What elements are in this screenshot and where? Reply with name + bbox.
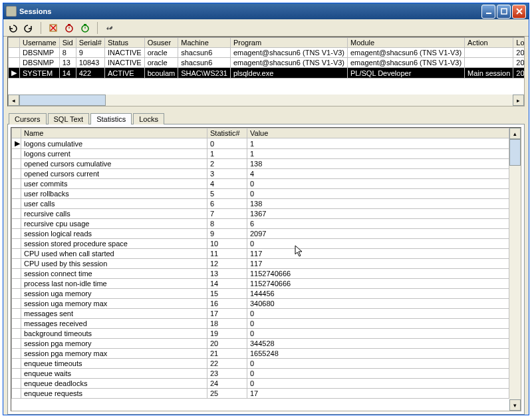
cell[interactable]: 0	[207, 138, 247, 149]
stat-row[interactable]: messages received180	[12, 319, 509, 329]
cell[interactable]: 117	[247, 259, 509, 269]
cell[interactable]: 16	[207, 299, 247, 309]
cell[interactable]	[12, 229, 21, 239]
cell[interactable]: messages sent	[21, 309, 207, 319]
cell[interactable]	[12, 369, 21, 379]
titlebar[interactable]: Sessions	[3, 3, 529, 19]
cell[interactable]: 1367	[247, 209, 509, 219]
stat-row[interactable]: session logical reads92097	[12, 229, 509, 239]
stat-row[interactable]: session stored procedure space100	[12, 239, 509, 249]
cell[interactable]: bcoulam	[144, 68, 178, 79]
scroll-track[interactable]	[19, 95, 513, 106]
cell[interactable]	[12, 149, 21, 159]
cell[interactable]: 12	[207, 259, 247, 269]
cell[interactable]	[12, 249, 21, 259]
cell[interactable]: enqueue waits	[21, 369, 207, 379]
cell[interactable]: user calls	[21, 199, 207, 209]
cell[interactable]: ACTIVE	[104, 68, 144, 79]
cell[interactable]: 1	[207, 149, 247, 159]
scroll-up-button[interactable]: ▴	[509, 128, 521, 139]
stat-row[interactable]: session uga memory15144456	[12, 289, 509, 299]
cell[interactable]: 1655248	[247, 349, 509, 359]
col-status[interactable]: Status	[104, 38, 144, 48]
col-module[interactable]: Module	[348, 38, 465, 48]
stat-row[interactable]: session pga memory20344528	[12, 339, 509, 349]
cell[interactable]: oracle	[144, 58, 178, 68]
close-button[interactable]	[512, 5, 526, 19]
cell[interactable]: INACTIVE	[104, 58, 144, 68]
cell[interactable]: 7	[207, 209, 247, 219]
cell[interactable]: 14	[59, 68, 76, 79]
cell[interactable]	[12, 189, 21, 199]
col-machine[interactable]: Machine	[178, 38, 231, 48]
cell[interactable]: oracle	[144, 48, 178, 58]
col-name[interactable]: Name	[21, 128, 207, 138]
tab-sql-text[interactable]: SQL Text	[48, 113, 90, 124]
cell[interactable]: 13	[207, 269, 247, 279]
cell[interactable]: user commits	[21, 179, 207, 189]
cell[interactable]: Main session	[465, 68, 513, 79]
stat-row[interactable]: recursive cpu usage86	[12, 219, 509, 229]
cell[interactable]: 8	[207, 219, 247, 229]
cell[interactable]: 14	[207, 279, 247, 289]
tab-cursors[interactable]: Cursors	[9, 113, 47, 124]
cell[interactable]: 340680	[247, 299, 509, 309]
cell[interactable]: 5	[207, 189, 247, 199]
cell[interactable]	[465, 58, 513, 68]
scroll-track-v[interactable]	[509, 139, 521, 399]
cell[interactable]	[9, 48, 20, 58]
statistics-grid[interactable]: NameStatistic#Value ▶logons cumulative01…	[11, 128, 509, 411]
cell[interactable]: emagent@shacsun6 (TNS V1-V3)	[348, 48, 465, 58]
cell[interactable]: INACTIVE	[104, 48, 144, 58]
cell[interactable]: ▶	[12, 138, 21, 149]
cell[interactable]: enqueue timeouts	[21, 359, 207, 369]
cell[interactable]: recursive calls	[21, 209, 207, 219]
cell[interactable]	[12, 239, 21, 249]
cell[interactable]: session pga memory	[21, 339, 207, 349]
cell[interactable]: 4	[247, 169, 509, 179]
stat-row[interactable]: ▶logons cumulative01	[12, 138, 509, 149]
sessions-hscrollbar[interactable]: ◂ ▸	[8, 95, 524, 106]
scroll-down-button[interactable]: ▾	[509, 399, 521, 411]
cell[interactable]: 0	[247, 379, 509, 389]
maximize-button[interactable]	[497, 5, 511, 19]
cell[interactable]: SYSTEM	[20, 68, 60, 79]
cell[interactable]: session connect time	[21, 269, 207, 279]
cell[interactable]: 2	[207, 159, 247, 169]
cell[interactable]	[12, 279, 21, 289]
cell[interactable]: shacsun6	[178, 48, 231, 58]
cell[interactable]: ▶	[9, 68, 20, 79]
cell[interactable]: 2006.	[513, 58, 524, 68]
scroll-thumb[interactable]	[19, 95, 106, 106]
cell[interactable]	[12, 349, 21, 359]
scroll-thumb-v[interactable]	[509, 139, 521, 166]
cell[interactable]: 1	[247, 149, 509, 159]
session-row[interactable]: ▶SYSTEM14422ACTIVEbcoulamSHAC\WS231plsql…	[9, 68, 525, 79]
cell[interactable]	[12, 389, 21, 399]
stat-row[interactable]: opened cursors cumulative2138	[12, 159, 509, 169]
cell[interactable]	[12, 299, 21, 309]
cell[interactable]	[12, 159, 21, 169]
cell[interactable]: 0	[247, 309, 509, 319]
stat-row[interactable]: enqueue waits230	[12, 369, 509, 379]
cell[interactable]: 0	[247, 319, 509, 329]
cell[interactable]: session logical reads	[21, 229, 207, 239]
stat-row[interactable]: opened cursors current34	[12, 169, 509, 179]
cell[interactable]: 4	[207, 179, 247, 189]
cell[interactable]: opened cursors cumulative	[21, 159, 207, 169]
stat-row[interactable]: logons current11	[12, 149, 509, 159]
col-osuser[interactable]: Osuser	[144, 38, 178, 48]
row-marker-col[interactable]	[9, 38, 20, 48]
cell[interactable]: 21	[207, 349, 247, 359]
cell[interactable]	[12, 209, 21, 219]
stat-row[interactable]: CPU used by this session12117	[12, 259, 509, 269]
cell[interactable]: enqueue requests	[21, 389, 207, 399]
cell[interactable]: 144456	[247, 289, 509, 299]
stat-row[interactable]: enqueue deadlocks240	[12, 379, 509, 389]
clear-button[interactable]	[48, 23, 59, 33]
cell[interactable]: emagent@shacsun6 (TNS V1-V3)	[230, 58, 347, 68]
cell[interactable]: messages received	[21, 319, 207, 329]
cell[interactable]	[12, 289, 21, 299]
cell[interactable]: 2097	[247, 229, 509, 239]
cell[interactable]: 13	[59, 58, 76, 68]
